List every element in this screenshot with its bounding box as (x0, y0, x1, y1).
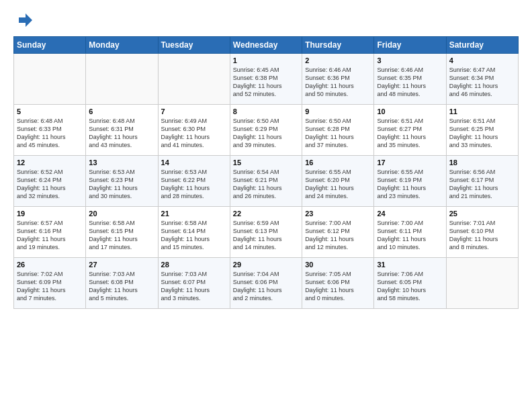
day-number: 9 (305, 107, 371, 116)
day-info: Sunrise: 6:55 AM Sunset: 6:20 PM Dayligh… (305, 168, 371, 201)
day-number: 30 (305, 261, 371, 269)
day-number: 24 (377, 210, 443, 218)
page: SundayMondayTuesdayWednesdayThursdayFrid… (0, 0, 532, 411)
calendar-cell: 3Sunrise: 6:46 AM Sunset: 6:35 PM Daylig… (374, 54, 446, 105)
calendar-cell: 5Sunrise: 6:48 AM Sunset: 6:33 PM Daylig… (14, 105, 86, 156)
calendar-cell: 11Sunrise: 6:51 AM Sunset: 6:25 PM Dayli… (446, 105, 518, 156)
day-number: 15 (233, 158, 299, 167)
calendar-cell: 13Sunrise: 6:53 AM Sunset: 6:23 PM Dayli… (86, 156, 158, 207)
day-info: Sunrise: 6:50 AM Sunset: 6:28 PM Dayligh… (305, 117, 371, 150)
calendar-cell: 2Sunrise: 6:46 AM Sunset: 6:36 PM Daylig… (302, 54, 374, 105)
day-info: Sunrise: 6:52 AM Sunset: 6:24 PM Dayligh… (17, 168, 83, 201)
day-number: 2 (305, 56, 371, 64)
calendar-cell: 17Sunrise: 6:55 AM Sunset: 6:19 PM Dayli… (374, 156, 446, 207)
calendar-cell: 7Sunrise: 6:49 AM Sunset: 6:30 PM Daylig… (158, 105, 230, 156)
day-number: 20 (89, 210, 154, 218)
day-number: 17 (377, 158, 443, 167)
calendar-cell: 9Sunrise: 6:50 AM Sunset: 6:28 PM Daylig… (302, 105, 374, 156)
calendar-cell: 15Sunrise: 6:54 AM Sunset: 6:21 PM Dayli… (230, 156, 302, 207)
logo-icon (13, 11, 32, 30)
day-info: Sunrise: 6:58 AM Sunset: 6:14 PM Dayligh… (161, 219, 227, 252)
calendar-body: 1Sunrise: 6:45 AM Sunset: 6:38 PM Daylig… (14, 54, 519, 309)
day-number: 8 (233, 107, 299, 116)
day-number: 5 (17, 107, 83, 116)
calendar-week-3: 12Sunrise: 6:52 AM Sunset: 6:24 PM Dayli… (14, 156, 519, 207)
day-number: 31 (377, 261, 443, 269)
calendar-cell: 31Sunrise: 7:06 AM Sunset: 6:05 PM Dayli… (374, 258, 446, 309)
calendar-week-4: 19Sunrise: 6:57 AM Sunset: 6:16 PM Dayli… (14, 207, 519, 258)
day-number: 10 (377, 107, 443, 116)
day-info: Sunrise: 6:47 AM Sunset: 6:34 PM Dayligh… (449, 66, 515, 99)
calendar-cell (446, 258, 518, 309)
day-number: 27 (89, 261, 154, 269)
calendar-cell: 10Sunrise: 6:51 AM Sunset: 6:27 PM Dayli… (374, 105, 446, 156)
header-cell-monday: Monday (86, 37, 158, 54)
day-info: Sunrise: 6:59 AM Sunset: 6:13 PM Dayligh… (233, 219, 299, 252)
calendar-cell: 22Sunrise: 6:59 AM Sunset: 6:13 PM Dayli… (230, 207, 302, 258)
day-info: Sunrise: 6:49 AM Sunset: 6:30 PM Dayligh… (161, 117, 227, 150)
day-number: 4 (449, 56, 515, 64)
calendar-cell: 16Sunrise: 6:55 AM Sunset: 6:20 PM Dayli… (302, 156, 374, 207)
calendar-cell: 19Sunrise: 6:57 AM Sunset: 6:16 PM Dayli… (14, 207, 86, 258)
day-info: Sunrise: 7:04 AM Sunset: 6:06 PM Dayligh… (233, 270, 299, 303)
calendar-cell: 18Sunrise: 6:56 AM Sunset: 6:17 PM Dayli… (446, 156, 518, 207)
day-info: Sunrise: 6:53 AM Sunset: 6:22 PM Dayligh… (161, 168, 227, 201)
day-number: 19 (17, 210, 83, 218)
day-number: 26 (17, 261, 83, 269)
day-number: 16 (305, 158, 371, 167)
day-info: Sunrise: 6:51 AM Sunset: 6:25 PM Dayligh… (449, 117, 515, 150)
calendar-cell: 6Sunrise: 6:48 AM Sunset: 6:31 PM Daylig… (86, 105, 158, 156)
calendar-cell (14, 54, 86, 105)
calendar-cell: 20Sunrise: 6:58 AM Sunset: 6:15 PM Dayli… (86, 207, 158, 258)
day-info: Sunrise: 6:58 AM Sunset: 6:15 PM Dayligh… (89, 219, 154, 252)
calendar-cell: 12Sunrise: 6:52 AM Sunset: 6:24 PM Dayli… (14, 156, 86, 207)
header-cell-sunday: Sunday (14, 37, 86, 54)
day-info: Sunrise: 6:55 AM Sunset: 6:19 PM Dayligh… (377, 168, 443, 201)
day-number: 11 (449, 107, 515, 116)
calendar-table: SundayMondayTuesdayWednesdayThursdayFrid… (13, 36, 519, 309)
calendar-cell: 23Sunrise: 7:00 AM Sunset: 6:12 PM Dayli… (302, 207, 374, 258)
header-cell-tuesday: Tuesday (158, 37, 230, 54)
header-row: SundayMondayTuesdayWednesdayThursdayFrid… (14, 37, 519, 54)
day-number: 14 (161, 158, 227, 167)
day-number: 28 (161, 261, 227, 269)
calendar-cell: 27Sunrise: 7:03 AM Sunset: 6:08 PM Dayli… (86, 258, 158, 309)
day-info: Sunrise: 7:03 AM Sunset: 6:07 PM Dayligh… (161, 270, 227, 303)
day-info: Sunrise: 7:06 AM Sunset: 6:05 PM Dayligh… (377, 270, 443, 303)
calendar-cell: 25Sunrise: 7:01 AM Sunset: 6:10 PM Dayli… (446, 207, 518, 258)
day-number: 12 (17, 158, 83, 167)
calendar-cell: 1Sunrise: 6:45 AM Sunset: 6:38 PM Daylig… (230, 54, 302, 105)
calendar-cell (158, 54, 230, 105)
header-cell-friday: Friday (374, 37, 446, 54)
day-info: Sunrise: 6:46 AM Sunset: 6:36 PM Dayligh… (305, 66, 371, 99)
day-number: 1 (233, 56, 299, 64)
day-info: Sunrise: 6:56 AM Sunset: 6:17 PM Dayligh… (449, 168, 515, 201)
calendar-cell: 30Sunrise: 7:05 AM Sunset: 6:06 PM Dayli… (302, 258, 374, 309)
header-cell-saturday: Saturday (446, 37, 518, 54)
day-info: Sunrise: 6:51 AM Sunset: 6:27 PM Dayligh… (377, 117, 443, 150)
day-number: 13 (89, 158, 154, 167)
day-number: 18 (449, 158, 515, 167)
calendar-cell: 26Sunrise: 7:02 AM Sunset: 6:09 PM Dayli… (14, 258, 86, 309)
day-number: 7 (161, 107, 227, 116)
day-info: Sunrise: 7:03 AM Sunset: 6:08 PM Dayligh… (89, 270, 154, 303)
header-cell-thursday: Thursday (302, 37, 374, 54)
logo (13, 11, 35, 30)
calendar-cell: 29Sunrise: 7:04 AM Sunset: 6:06 PM Dayli… (230, 258, 302, 309)
calendar-week-2: 5Sunrise: 6:48 AM Sunset: 6:33 PM Daylig… (14, 105, 519, 156)
calendar-cell: 24Sunrise: 7:00 AM Sunset: 6:11 PM Dayli… (374, 207, 446, 258)
day-number: 23 (305, 210, 371, 218)
calendar-week-1: 1Sunrise: 6:45 AM Sunset: 6:38 PM Daylig… (14, 54, 519, 105)
header-cell-wednesday: Wednesday (230, 37, 302, 54)
day-info: Sunrise: 7:02 AM Sunset: 6:09 PM Dayligh… (17, 270, 83, 303)
day-info: Sunrise: 7:00 AM Sunset: 6:12 PM Dayligh… (305, 219, 371, 252)
day-info: Sunrise: 6:57 AM Sunset: 6:16 PM Dayligh… (17, 219, 83, 252)
day-number: 3 (377, 56, 443, 64)
day-number: 29 (233, 261, 299, 269)
day-info: Sunrise: 6:50 AM Sunset: 6:29 PM Dayligh… (233, 117, 299, 150)
day-info: Sunrise: 6:54 AM Sunset: 6:21 PM Dayligh… (233, 168, 299, 201)
header (13, 11, 519, 30)
day-number: 21 (161, 210, 227, 218)
day-number: 25 (449, 210, 515, 218)
calendar-cell: 4Sunrise: 6:47 AM Sunset: 6:34 PM Daylig… (446, 54, 518, 105)
